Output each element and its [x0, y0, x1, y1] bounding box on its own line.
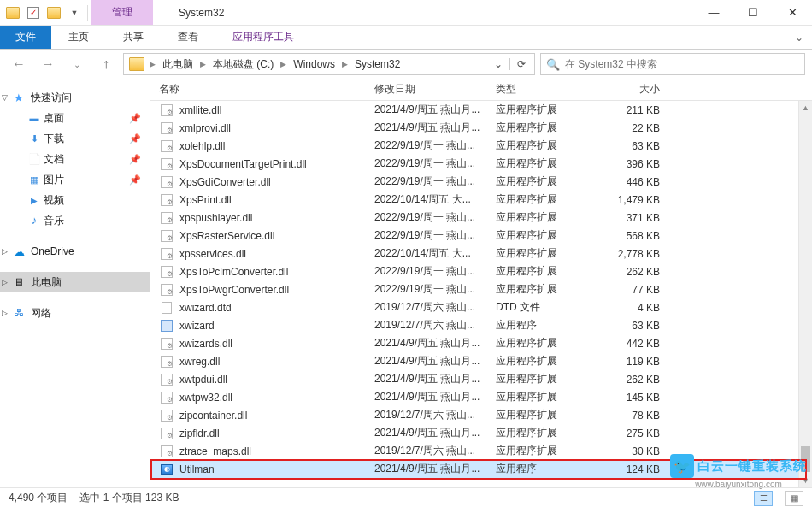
- scroll-track[interactable]: [799, 115, 812, 474]
- crumb-thispc[interactable]: 此电脑: [157, 57, 198, 72]
- file-row[interactable]: XpsPrint.dll2022/10/14/周五 大...应用程序扩展1,47…: [150, 191, 812, 209]
- ribbon-expand-button[interactable]: ⌄: [786, 26, 812, 49]
- chevron-right-icon[interactable]: ▶: [340, 60, 350, 68]
- crumb-drive[interactable]: 本地磁盘 (C:): [208, 57, 279, 72]
- file-type: 应用程序扩展: [496, 228, 591, 243]
- pin-icon: 📌: [129, 154, 141, 165]
- sidebar-item-downloads[interactable]: 下载📌: [0, 128, 150, 149]
- file-row[interactable]: xpspushlayer.dll2022/9/19/周一 燕山...应用程序扩展…: [150, 209, 812, 227]
- file-size: 77 KB: [591, 284, 677, 296]
- file-size: 442 KB: [591, 338, 677, 350]
- file-row[interactable]: xmlprovi.dll2021/4/9/周五 燕山月...应用程序扩展22 K…: [150, 119, 812, 137]
- file-size: 262 KB: [591, 374, 677, 386]
- file-list[interactable]: xmllite.dll2021/4/9/周五 燕山月...应用程序扩展211 K…: [150, 101, 812, 487]
- file-size: 63 KB: [591, 320, 677, 332]
- file-row[interactable]: xwizards.dll2021/4/9/周五 燕山月...应用程序扩展442 …: [150, 334, 812, 352]
- file-row[interactable]: zipfldr.dll2021/4/9/周五 燕山月...应用程序扩展275 K…: [150, 424, 812, 442]
- file-date: 2022/9/19/周一 燕山...: [374, 282, 496, 297]
- sidebar-thispc[interactable]: ▷此电脑: [0, 272, 150, 292]
- crumb-windows[interactable]: Windows: [288, 58, 340, 70]
- sidebar-network[interactable]: ▷网络: [0, 303, 150, 323]
- sidebar-item-pictures[interactable]: 图片📌: [0, 169, 150, 190]
- details-view-button[interactable]: ☰: [754, 491, 773, 506]
- header-date[interactable]: 修改日期: [374, 82, 496, 97]
- file-row[interactable]: zipcontainer.dll2019/12/7/周六 燕山...应用程序扩展…: [150, 406, 812, 424]
- search-box[interactable]: 🔍: [540, 53, 805, 75]
- sidebar-item-music[interactable]: 音乐: [0, 210, 150, 231]
- minimize-button[interactable]: —: [694, 0, 733, 26]
- tab-app-tools[interactable]: 应用程序工具: [215, 26, 311, 49]
- close-button[interactable]: ✕: [773, 0, 812, 26]
- file-row[interactable]: xwtpdui.dll2021/4/9/周五 燕山月...应用程序扩展262 K…: [150, 370, 812, 388]
- new-folder-button[interactable]: [44, 3, 63, 22]
- sidebar-item-desktop[interactable]: 桌面📌: [0, 108, 150, 128]
- header-size[interactable]: 大小: [591, 82, 677, 97]
- pin-icon: 📌: [129, 113, 141, 124]
- up-button[interactable]: ↑: [94, 53, 118, 75]
- file-type: 应用程序扩展: [496, 192, 591, 207]
- icons-view-button[interactable]: ▦: [785, 491, 803, 506]
- file-icon: [159, 427, 174, 440]
- sidebar-item-videos[interactable]: 视频: [0, 190, 150, 210]
- search-input[interactable]: [565, 58, 799, 70]
- file-row[interactable]: XpsToPclmConverter.dll2022/9/19/周一 燕山...…: [150, 262, 812, 280]
- breadcrumb-dropdown[interactable]: ⌄: [487, 58, 509, 70]
- music-icon: [27, 213, 41, 227]
- file-row[interactable]: XpsGdiConverter.dll2022/9/19/周一 燕山...应用程…: [150, 173, 812, 191]
- file-date: 2019/12/7/周六 燕山...: [374, 444, 496, 458]
- file-size: 63 KB: [591, 140, 677, 152]
- file-row[interactable]: XpsDocumentTargetPrint.dll2022/9/19/周一 燕…: [150, 155, 812, 173]
- folder-icon[interactable]: [3, 3, 22, 22]
- file-size: 78 KB: [591, 410, 677, 422]
- file-name: XpsToPclmConverter.dll: [179, 266, 288, 278]
- scroll-up-button[interactable]: ▲: [799, 101, 812, 115]
- file-type: 应用程序扩展: [496, 354, 591, 369]
- file-name: XpsPrint.dll: [179, 194, 232, 206]
- recent-dropdown[interactable]: ⌄: [65, 53, 89, 75]
- file-tab[interactable]: 文件: [0, 26, 51, 49]
- main: ▽快速访问 桌面📌 下载📌 文档📌 图片📌 视频 音乐 ▷OneDrive ▷此…: [0, 79, 812, 487]
- file-type: 应用程序扩展: [496, 139, 591, 153]
- breadcrumb[interactable]: ▶ 此电脑 ▶ 本地磁盘 (C:) ▶ Windows ▶ System32 ⌄…: [123, 53, 535, 75]
- file-icon: [159, 337, 174, 351]
- file-row[interactable]: xwizard.dtd2019/12/7/周六 燕山...DTD 文件4 KB: [150, 298, 812, 316]
- context-tab[interactable]: 管理: [91, 0, 153, 25]
- chevron-right-icon[interactable]: ▶: [279, 60, 288, 68]
- file-row[interactable]: xwizard2019/12/7/周六 燕山...应用程序63 KB: [150, 316, 812, 334]
- header-type[interactable]: 类型: [496, 82, 591, 97]
- file-name: zipfldr.dll: [179, 428, 220, 439]
- file-size: 124 KB: [591, 463, 677, 475]
- back-button[interactable]: ←: [7, 53, 31, 75]
- file-name: xpspushlayer.dll: [179, 212, 252, 224]
- chevron-right-icon[interactable]: ▶: [198, 60, 208, 68]
- navbar: ← → ⌄ ↑ ▶ 此电脑 ▶ 本地磁盘 (C:) ▶ Windows ▶ Sy…: [0, 50, 812, 79]
- maximize-button[interactable]: ☐: [733, 0, 773, 26]
- file-icon: [159, 229, 174, 243]
- file-row[interactable]: xpsservices.dll2022/10/14/周五 大...应用程序扩展2…: [150, 245, 812, 262]
- chevron-right-icon[interactable]: ▶: [148, 60, 157, 68]
- file-type: 应用程序扩展: [496, 103, 591, 117]
- file-row[interactable]: XpsToPwgrConverter.dll2022/9/19/周一 燕山...…: [150, 280, 812, 298]
- file-row[interactable]: XpsRasterService.dll2022/9/19/周一 燕山...应用…: [150, 227, 812, 245]
- file-row[interactable]: xwreg.dll2021/4/9/周五 燕山月...应用程序扩展119 KB: [150, 352, 812, 370]
- sidebar-item-documents[interactable]: 文档📌: [0, 149, 150, 169]
- file-row[interactable]: xmllite.dll2021/4/9/周五 燕山月...应用程序扩展211 K…: [150, 101, 812, 119]
- crumb-system32[interactable]: System32: [350, 58, 405, 70]
- properties-button[interactable]: ✓: [24, 3, 43, 22]
- search-icon: 🔍: [546, 58, 560, 71]
- tab-home[interactable]: 主页: [51, 26, 106, 49]
- tab-share[interactable]: 共享: [106, 26, 161, 49]
- watermark: 🐦 白云一键重装系统 www.baiyunxitong.com: [670, 454, 807, 489]
- qat-dropdown[interactable]: ▼: [65, 3, 84, 22]
- sidebar-onedrive[interactable]: ▷OneDrive: [0, 241, 150, 262]
- file-row[interactable]: xolehlp.dll2022/9/19/周一 燕山...应用程序扩展63 KB: [150, 137, 812, 155]
- file-row[interactable]: xwtpw32.dll2021/4/9/周五 燕山月...应用程序扩展145 K…: [150, 388, 812, 406]
- refresh-button[interactable]: ⟳: [509, 58, 533, 70]
- header-name[interactable]: 名称: [159, 82, 374, 97]
- file-date: 2022/9/19/周一 燕山...: [374, 174, 496, 189]
- sidebar-quick-access[interactable]: ▽快速访问: [0, 87, 150, 108]
- file-size: 145 KB: [591, 392, 677, 404]
- tab-view[interactable]: 查看: [161, 26, 215, 49]
- scrollbar-vertical[interactable]: ▲ ▼: [798, 101, 812, 487]
- forward-button[interactable]: →: [36, 53, 60, 75]
